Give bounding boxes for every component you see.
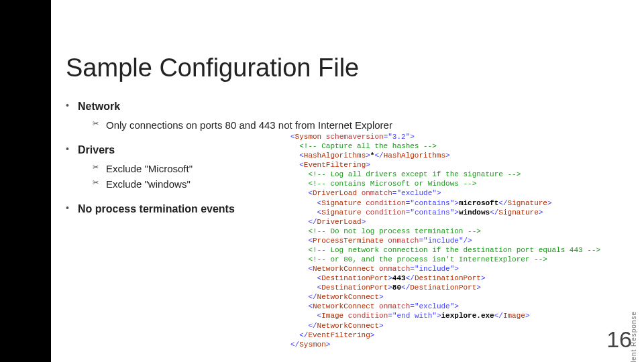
page-number: 16 (606, 326, 632, 353)
bullet-head: Drivers (78, 144, 115, 156)
bullet-network: Network Only connections on ports 80 and… (66, 99, 629, 133)
sidebar-accent (0, 0, 51, 362)
subitem: Only connections on ports 80 and 443 not… (93, 117, 629, 133)
sublist: Only connections on ports 80 and 443 not… (78, 117, 629, 133)
bullet-head: No process termination events (78, 203, 235, 215)
xml-code-sample: <Sysmon schemaversion="3.2"> <!-- Captur… (290, 132, 628, 349)
slide-title: Sample Configuration File (66, 54, 629, 82)
bullet-head: Network (78, 101, 120, 112)
